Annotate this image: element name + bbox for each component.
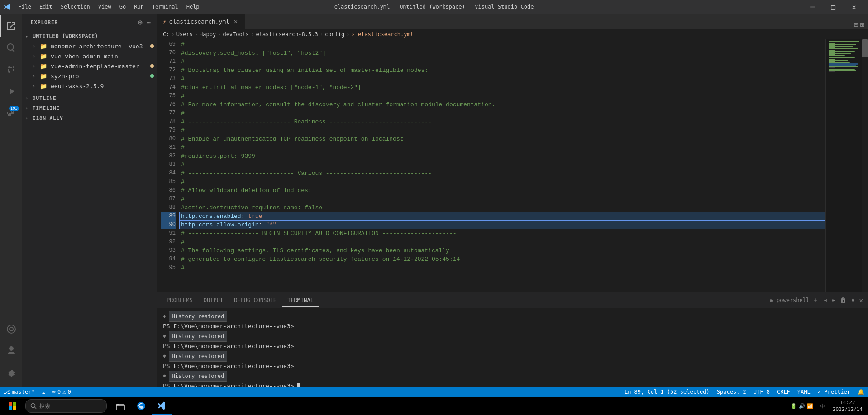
menu-terminal[interactable]: Terminal: [148, 3, 182, 11]
minimize-button[interactable]: ─: [802, 0, 823, 14]
sync-icon: ☁: [42, 389, 45, 395]
panel-layout-button[interactable]: ⊞: [830, 295, 837, 305]
status-notifications[interactable]: 🔔: [854, 387, 868, 397]
close-button[interactable]: ✕: [844, 0, 864, 14]
scrollbar-thumb[interactable]: [862, 39, 868, 57]
tab-output[interactable]: OUTPUT: [198, 294, 229, 306]
terminal-content[interactable]: ✱ History restored PS E:\Vue\monomer-arc…: [157, 308, 868, 387]
extensions-badge: 193: [9, 106, 19, 111]
outline-section[interactable]: › OUTLINE: [22, 93, 157, 103]
add-terminal-button[interactable]: ＋: [811, 295, 820, 306]
taskbar-search[interactable]: 搜索: [25, 399, 107, 413]
menu-edit[interactable]: Edit: [36, 3, 56, 11]
tab-debug-console[interactable]: DEBUG CONSOLE: [229, 294, 282, 306]
start-button[interactable]: [2, 397, 24, 415]
status-spaces[interactable]: Spaces: 2: [713, 387, 750, 397]
menu-run[interactable]: Run: [130, 3, 148, 11]
code-line-80: # Enable an unauthenticated TCP readines…: [179, 135, 825, 143]
taskbar-vscode[interactable]: [152, 397, 172, 415]
activity-explorer[interactable]: [0, 15, 22, 37]
clock-time: 14:22: [840, 399, 855, 406]
status-language[interactable]: YAML: [794, 387, 814, 397]
status-branch[interactable]: ⎇ master*: [0, 387, 38, 397]
breadcrumb-file[interactable]: ⚡ elasticsearch.yml: [352, 31, 414, 38]
breadcrumb-devtools[interactable]: devTools: [223, 31, 249, 38]
window-controls: ─ □ ✕: [802, 0, 864, 14]
breadcrumb-users[interactable]: Users: [176, 31, 193, 38]
taskbar-sys-icons[interactable]: 🔋 🔊 📶: [787, 397, 817, 415]
activity-run-debug[interactable]: [0, 80, 22, 102]
battery-icon: 🔋: [791, 403, 797, 409]
tab-bar: ⚡ elasticsearch.yml ✕ ⊟ ⊞: [157, 14, 868, 29]
status-sync[interactable]: ☁: [38, 387, 49, 397]
menu-view[interactable]: View: [95, 3, 115, 11]
code-content[interactable]: # #discovery.seed_hosts: ["host1", "host…: [179, 39, 825, 292]
activity-search[interactable]: [0, 37, 22, 59]
activity-account[interactable]: [0, 340, 22, 362]
tab-close-button[interactable]: ✕: [232, 18, 239, 25]
tree-item-0[interactable]: › 📁 monomer-architecture--vue3: [22, 41, 157, 51]
activity-extensions[interactable]: 193: [0, 102, 22, 124]
code-line-69: #: [179, 40, 825, 49]
prettier-text: ✓ Prettier: [818, 389, 850, 395]
history-badge-3[interactable]: History restored: [169, 371, 228, 382]
new-file-button[interactable]: ⊕: [137, 17, 144, 28]
history-badge-1[interactable]: History restored: [169, 331, 228, 342]
status-errors[interactable]: ⊗ 0 ⚠ 0: [49, 387, 75, 397]
tree-item-2[interactable]: › 📁 vue-admin-template-master: [22, 61, 157, 71]
history-badge-2[interactable]: History restored: [169, 351, 228, 362]
taskbar-edge[interactable]: [131, 397, 151, 415]
spaces-text: Spaces: 2: [717, 389, 746, 395]
tree-item-1[interactable]: › 📁 vue-vben-admin-main: [22, 51, 157, 61]
terminal-prompt-2: PS E:\Vue\monomer-architecture--vue3>: [163, 342, 294, 351]
vscode-icon: [4, 3, 11, 10]
code-line-89: http.cors.enabled: true: [179, 212, 825, 221]
breadcrumb-happy[interactable]: Happy: [200, 31, 216, 38]
terminal-line-3: PS E:\Vue\monomer-architecture--vue3>: [163, 362, 863, 371]
breadcrumb-c[interactable]: C:: [163, 31, 169, 38]
tree-item-3[interactable]: › 📁 syzm-pro: [22, 71, 157, 81]
menu-selection[interactable]: Selection: [57, 3, 94, 11]
status-position[interactable]: Ln 89, Col 1 (52 selected): [621, 387, 713, 397]
maximize-panel-button[interactable]: ∧: [849, 295, 856, 305]
split-editor-button[interactable]: ⊟: [854, 20, 858, 29]
activity-source-control[interactable]: [0, 59, 22, 80]
i18n-section[interactable]: › I18N ALLY: [22, 113, 157, 123]
status-prettier[interactable]: ✓ Prettier: [814, 387, 854, 397]
workspace-chevron: ▾: [25, 34, 31, 39]
menu-help[interactable]: Help: [183, 3, 203, 11]
vertical-scrollbar[interactable]: [862, 39, 868, 292]
titlebar-menu: File Edit Selection View Go Run Terminal…: [14, 3, 203, 11]
workspace-root[interactable]: ▾ UNTITLED (WORKSPACE): [22, 31, 157, 41]
tab-problems[interactable]: PROBLEMS: [161, 294, 198, 306]
kill-terminal-button[interactable]: 🗑: [839, 295, 848, 305]
split-terminal-button[interactable]: ⊟: [822, 295, 828, 305]
status-encoding[interactable]: UTF-8: [750, 387, 773, 397]
history-badge-0[interactable]: History restored: [169, 311, 228, 322]
toggle-panel-button[interactable]: ⊞: [860, 20, 864, 29]
tab-terminal[interactable]: TERMINAL: [282, 294, 319, 307]
collapse-all-button[interactable]: ⋯: [145, 17, 152, 28]
tree-item-4[interactable]: › 📁 weui-wxss-2.5.9: [22, 81, 157, 91]
svg-line-5: [35, 407, 37, 409]
taskbar-clock[interactable]: 14:22 2022/12/14: [829, 397, 866, 415]
folder-icon-1: 📁: [40, 53, 47, 60]
taskbar-input-method[interactable]: 中: [817, 397, 829, 415]
timeline-section[interactable]: › TIMELINE: [22, 103, 157, 113]
tab-elasticsearch[interactable]: ⚡ elasticsearch.yml ✕: [157, 14, 245, 29]
status-eol[interactable]: CRLF: [773, 387, 794, 397]
menu-go[interactable]: Go: [116, 3, 129, 11]
activity-remote[interactable]: [0, 318, 22, 340]
editor-container: 69 70 71 72 73 74 75 76 77 78 79 80: [157, 39, 868, 292]
breadcrumb-config[interactable]: config: [325, 31, 344, 38]
activity-settings[interactable]: [0, 362, 22, 383]
menu-file[interactable]: File: [14, 3, 35, 11]
code-area[interactable]: 69 70 71 72 73 74 75 76 77 78 79 80: [157, 39, 825, 292]
taskbar-file-explorer[interactable]: [110, 397, 130, 415]
maximize-button[interactable]: □: [823, 0, 844, 14]
chevron-0: ›: [33, 44, 38, 49]
close-panel-button[interactable]: ✕: [858, 295, 864, 305]
code-line-70: #discovery.seed_hosts: ["host1", "host2"…: [179, 49, 825, 57]
breadcrumb-elastic-version[interactable]: elasticsearch-8.5.3: [256, 31, 318, 38]
error-count: 0: [57, 389, 61, 395]
